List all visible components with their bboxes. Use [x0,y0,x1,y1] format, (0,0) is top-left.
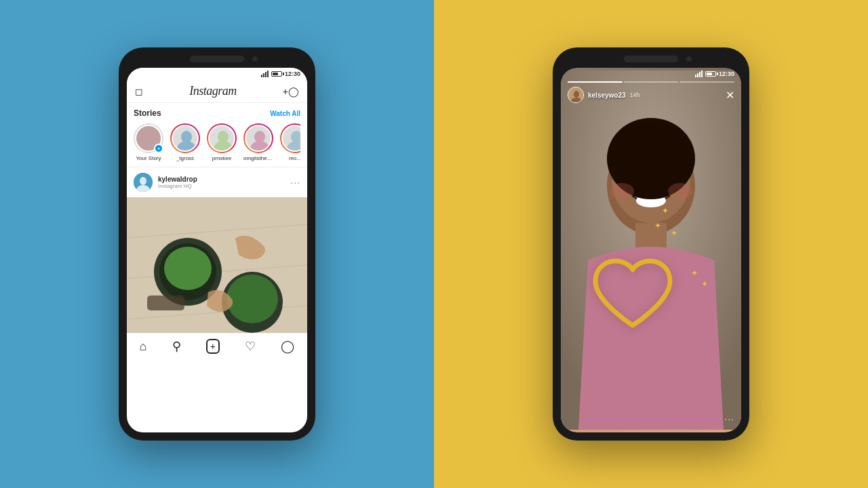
story-item-tgross[interactable]: _tgross [170,123,200,161]
sparkle-2: ✦ [662,206,669,216]
svg-point-9 [287,141,300,152]
story-avatar-inner-mo [281,125,300,152]
stories-row: + Your Story [134,123,300,161]
svg-rect-22 [147,296,184,310]
story-time: 14h [630,92,640,98]
battery-icon-left [271,71,282,77]
story-header: kelseywo23 14h ✕ [561,77,741,107]
story-avatar-prnskee[interactable] [207,123,237,153]
story-avatar-tgross[interactable] [170,123,200,153]
heart-drawing [589,258,677,342]
progress-bar-2 [624,81,679,83]
svg-rect-31 [635,223,667,250]
post-image[interactable] [127,197,307,333]
left-background: 12:30 ◻ Instagram +◯ Stories Watch All [0,0,434,488]
progress-bar-1 [568,81,623,83]
story-user-avatar[interactable] [568,87,584,103]
story-name-omgitstheash: omgitstheash [243,155,273,161]
post-header: kylewaldrop Instagram HQ ··· [127,167,307,197]
camera-icon[interactable]: ◻ [135,86,143,97]
right-background: ✦ ✦ ✦ ✦ ✦ 12:30 [434,0,868,488]
stories-header: Stories Watch All [134,108,300,118]
story-status-time: 12:30 [719,70,734,77]
nav-search-icon[interactable]: ⚲ [172,339,181,354]
story-user-row: kelseywo23 14h ✕ [568,87,734,103]
instagram-header: ◻ Instagram +◯ [127,80,307,103]
signal-icon-left [261,70,269,77]
story-status-bar: 12:30 [688,68,741,77]
status-time-left: 12:30 [285,70,300,77]
stories-title: Stories [134,108,161,118]
stories-bar: Stories Watch All + [127,103,307,167]
story-avatar-mo[interactable] [280,123,300,153]
story-progress-bars [568,81,734,83]
battery-icon-story [705,71,716,77]
instagram-logo: Instagram [189,84,237,98]
svg-point-3 [177,141,196,152]
svg-point-11 [140,177,146,185]
svg-point-33 [610,183,634,199]
sparkle-4: ✦ [701,279,708,289]
add-story-badge: + [154,144,163,153]
progress-bar-3 [679,81,734,83]
svg-point-5 [214,141,233,152]
sparkle-1: ✦ [654,221,661,230]
svg-point-21 [226,274,278,323]
left-phone-screen: 12:30 ◻ Instagram +◯ Stories Watch All [127,68,307,432]
bottom-nav: ⌂ ⚲ + ♡ ◯ [127,333,307,359]
post-more-button[interactable]: ··· [290,177,300,188]
story-background: ✦ ✦ ✦ ✦ ✦ [561,68,741,432]
story-user-info: kelseywo23 14h [568,87,640,103]
add-user-icon[interactable]: +◯ [283,86,299,97]
story-avatar-inner-tgross [172,125,199,152]
left-phone: 12:30 ◻ Instagram +◯ Stories Watch All [119,47,315,441]
story-close-button[interactable]: ✕ [726,89,734,102]
svg-point-34 [668,183,692,199]
phone-top-bar-right [624,56,678,62]
post-avatar[interactable] [134,173,153,192]
nav-add-icon[interactable]: + [206,339,220,354]
story-item-prnskee[interactable]: prnskee [207,123,237,161]
story-avatar-omgitstheash[interactable] [243,123,273,153]
nav-home-icon[interactable]: ⌂ [140,340,147,354]
coffee-scene [127,197,307,333]
your-story-avatar[interactable]: + [134,123,163,153]
post-user-info: kylewaldrop Instagram HQ [158,176,285,189]
sparkle-5: ✦ [671,228,677,238]
right-phone-screen: ✦ ✦ ✦ ✦ ✦ 12:30 [561,68,741,432]
status-bar-left: 12:30 [127,68,307,80]
phone-top-bar-left [190,56,244,62]
sparkle-3: ✦ [691,268,698,278]
story-item-omgitstheash[interactable]: omgitstheash [243,123,273,161]
post-subtitle: Instagram HQ [158,183,285,189]
story-avatar-inner-omgitstheash [245,125,272,152]
story-name-mo: mo... [289,155,300,161]
svg-point-7 [250,141,269,152]
story-item-mo[interactable]: mo... [280,123,300,161]
post-username[interactable]: kylewaldrop [158,176,285,183]
nav-profile-icon[interactable]: ◯ [281,339,294,354]
right-phone: ✦ ✦ ✦ ✦ ✦ 12:30 [553,47,749,441]
story-name-prnskee: prnskee [212,155,231,161]
your-story-label: Your Story [136,155,161,161]
story-viewer[interactable]: ✦ ✦ ✦ ✦ ✦ 12:30 [561,68,741,432]
story-more-button[interactable]: ··· [724,413,734,424]
signal-icon-story [695,70,703,77]
story-avatar-inner-prnskee [208,125,235,152]
story-name-tgross: _tgross [176,155,194,161]
story-username: kelseywo23 [588,92,626,99]
svg-point-36 [574,91,579,98]
nav-heart-icon[interactable]: ♡ [245,339,256,354]
story-item-yours[interactable]: + Your Story [134,123,163,161]
watch-all-button[interactable]: Watch All [270,110,300,117]
svg-point-19 [164,247,212,290]
